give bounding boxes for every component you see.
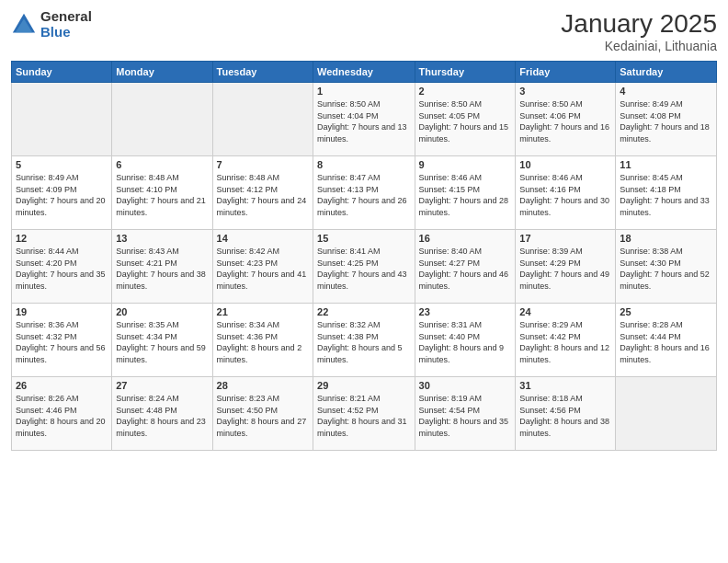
calendar-cell: 23Sunrise: 8:31 AM Sunset: 4:40 PM Dayli… <box>415 304 516 377</box>
calendar-cell: 1Sunrise: 8:50 AM Sunset: 4:04 PM Daylig… <box>313 83 415 156</box>
calendar-cell: 2Sunrise: 8:50 AM Sunset: 4:05 PM Daylig… <box>415 83 516 156</box>
day-number: 9 <box>419 159 512 170</box>
day-info: Sunrise: 8:44 AM Sunset: 4:20 PM Dayligh… <box>16 246 108 292</box>
calendar-cell: 13Sunrise: 8:43 AM Sunset: 4:21 PM Dayli… <box>112 230 212 304</box>
day-info: Sunrise: 8:50 AM Sunset: 4:05 PM Dayligh… <box>419 98 512 144</box>
calendar-cell: 9Sunrise: 8:46 AM Sunset: 4:15 PM Daylig… <box>415 156 516 230</box>
day-number: 20 <box>116 306 208 317</box>
day-info: Sunrise: 8:45 AM Sunset: 4:18 PM Dayligh… <box>620 172 712 218</box>
calendar-cell: 8Sunrise: 8:47 AM Sunset: 4:13 PM Daylig… <box>313 156 415 230</box>
calendar-cell: 24Sunrise: 8:29 AM Sunset: 4:42 PM Dayli… <box>516 304 616 377</box>
weekday-header: Tuesday <box>212 62 313 83</box>
calendar-cell: 14Sunrise: 8:42 AM Sunset: 4:23 PM Dayli… <box>212 230 313 304</box>
day-info: Sunrise: 8:26 AM Sunset: 4:46 PM Dayligh… <box>16 393 108 439</box>
day-number: 2 <box>419 86 512 97</box>
calendar-row: 5Sunrise: 8:49 AM Sunset: 4:09 PM Daylig… <box>12 156 717 230</box>
day-info: Sunrise: 8:46 AM Sunset: 4:15 PM Dayligh… <box>419 172 512 218</box>
day-number: 22 <box>317 306 410 317</box>
day-number: 14 <box>217 233 309 244</box>
weekday-header: Monday <box>112 62 212 83</box>
day-info: Sunrise: 8:24 AM Sunset: 4:48 PM Dayligh… <box>116 393 208 439</box>
day-number: 16 <box>419 233 512 244</box>
calendar-cell: 4Sunrise: 8:49 AM Sunset: 4:08 PM Daylig… <box>616 83 717 156</box>
day-number: 19 <box>16 306 108 317</box>
logo-blue: Blue <box>40 25 92 40</box>
day-number: 1 <box>317 86 410 97</box>
weekday-header: Friday <box>516 62 616 83</box>
day-number: 28 <box>217 380 309 391</box>
day-info: Sunrise: 8:46 AM Sunset: 4:16 PM Dayligh… <box>519 172 611 218</box>
calendar-cell: 16Sunrise: 8:40 AM Sunset: 4:27 PM Dayli… <box>415 230 516 304</box>
day-info: Sunrise: 8:39 AM Sunset: 4:29 PM Dayligh… <box>519 246 611 292</box>
calendar-cell: 11Sunrise: 8:45 AM Sunset: 4:18 PM Dayli… <box>616 156 717 230</box>
calendar-cell: 10Sunrise: 8:46 AM Sunset: 4:16 PM Dayli… <box>516 156 616 230</box>
day-number: 21 <box>217 306 309 317</box>
day-info: Sunrise: 8:43 AM Sunset: 4:21 PM Dayligh… <box>116 246 208 292</box>
weekday-header: Thursday <box>415 62 516 83</box>
location: Kedainiai, Lithuania <box>561 39 717 53</box>
day-info: Sunrise: 8:47 AM Sunset: 4:13 PM Dayligh… <box>317 172 410 218</box>
day-info: Sunrise: 8:31 AM Sunset: 4:40 PM Dayligh… <box>419 319 512 365</box>
day-number: 17 <box>519 233 611 244</box>
calendar-cell: 30Sunrise: 8:19 AM Sunset: 4:54 PM Dayli… <box>415 377 516 451</box>
weekday-header: Wednesday <box>313 62 415 83</box>
day-number: 27 <box>116 380 208 391</box>
calendar-cell: 6Sunrise: 8:48 AM Sunset: 4:10 PM Daylig… <box>112 156 212 230</box>
day-number: 25 <box>620 306 712 317</box>
day-info: Sunrise: 8:29 AM Sunset: 4:42 PM Dayligh… <box>519 319 611 365</box>
day-info: Sunrise: 8:50 AM Sunset: 4:06 PM Dayligh… <box>519 98 611 144</box>
day-number: 8 <box>317 159 410 170</box>
title-section: January 2025 Kedainiai, Lithuania <box>561 9 717 53</box>
day-number: 24 <box>519 306 611 317</box>
calendar-row: 12Sunrise: 8:44 AM Sunset: 4:20 PM Dayli… <box>12 230 717 304</box>
calendar-cell: 25Sunrise: 8:28 AM Sunset: 4:44 PM Dayli… <box>616 304 717 377</box>
calendar-cell: 20Sunrise: 8:35 AM Sunset: 4:34 PM Dayli… <box>112 304 212 377</box>
day-number: 3 <box>519 86 611 97</box>
day-number: 29 <box>317 380 410 391</box>
day-number: 18 <box>620 233 712 244</box>
day-number: 10 <box>519 159 611 170</box>
day-number: 15 <box>317 233 410 244</box>
day-number: 11 <box>620 159 712 170</box>
day-info: Sunrise: 8:35 AM Sunset: 4:34 PM Dayligh… <box>116 319 208 365</box>
calendar-cell: 3Sunrise: 8:50 AM Sunset: 4:06 PM Daylig… <box>516 83 616 156</box>
day-number: 7 <box>217 159 309 170</box>
page: General Blue January 2025 Kedainiai, Lit… <box>0 0 728 563</box>
day-info: Sunrise: 8:41 AM Sunset: 4:25 PM Dayligh… <box>317 246 410 292</box>
day-info: Sunrise: 8:23 AM Sunset: 4:50 PM Dayligh… <box>217 393 309 439</box>
day-number: 30 <box>419 380 512 391</box>
calendar-cell: 12Sunrise: 8:44 AM Sunset: 4:20 PM Dayli… <box>12 230 112 304</box>
calendar-cell <box>212 83 313 156</box>
calendar-cell: 19Sunrise: 8:36 AM Sunset: 4:32 PM Dayli… <box>12 304 112 377</box>
day-info: Sunrise: 8:32 AM Sunset: 4:38 PM Dayligh… <box>317 319 410 365</box>
month-title: January 2025 <box>561 9 717 39</box>
logo-text: General Blue <box>40 9 92 40</box>
day-number: 5 <box>16 159 108 170</box>
day-info: Sunrise: 8:49 AM Sunset: 4:08 PM Dayligh… <box>620 98 712 144</box>
calendar-cell: 31Sunrise: 8:18 AM Sunset: 4:56 PM Dayli… <box>516 377 616 451</box>
calendar-row: 1Sunrise: 8:50 AM Sunset: 4:04 PM Daylig… <box>12 83 717 156</box>
day-info: Sunrise: 8:40 AM Sunset: 4:27 PM Dayligh… <box>419 246 512 292</box>
calendar-cell: 29Sunrise: 8:21 AM Sunset: 4:52 PM Dayli… <box>313 377 415 451</box>
day-number: 12 <box>16 233 108 244</box>
day-number: 23 <box>419 306 512 317</box>
logo-general: General <box>40 9 92 25</box>
day-number: 31 <box>519 380 611 391</box>
logo-icon <box>11 12 37 38</box>
header: General Blue January 2025 Kedainiai, Lit… <box>11 9 717 53</box>
weekday-header: Sunday <box>12 62 112 83</box>
calendar-cell: 28Sunrise: 8:23 AM Sunset: 4:50 PM Dayli… <box>212 377 313 451</box>
day-number: 6 <box>116 159 208 170</box>
day-info: Sunrise: 8:48 AM Sunset: 4:10 PM Dayligh… <box>116 172 208 218</box>
calendar-cell: 15Sunrise: 8:41 AM Sunset: 4:25 PM Dayli… <box>313 230 415 304</box>
calendar-cell <box>112 83 212 156</box>
calendar-cell: 27Sunrise: 8:24 AM Sunset: 4:48 PM Dayli… <box>112 377 212 451</box>
calendar-row: 19Sunrise: 8:36 AM Sunset: 4:32 PM Dayli… <box>12 304 717 377</box>
day-info: Sunrise: 8:50 AM Sunset: 4:04 PM Dayligh… <box>317 98 410 144</box>
day-info: Sunrise: 8:28 AM Sunset: 4:44 PM Dayligh… <box>620 319 712 365</box>
calendar-cell: 21Sunrise: 8:34 AM Sunset: 4:36 PM Dayli… <box>212 304 313 377</box>
logo: General Blue <box>11 9 92 40</box>
weekday-header-row: SundayMondayTuesdayWednesdayThursdayFrid… <box>12 62 717 83</box>
calendar-cell: 26Sunrise: 8:26 AM Sunset: 4:46 PM Dayli… <box>12 377 112 451</box>
day-info: Sunrise: 8:18 AM Sunset: 4:56 PM Dayligh… <box>519 393 611 439</box>
